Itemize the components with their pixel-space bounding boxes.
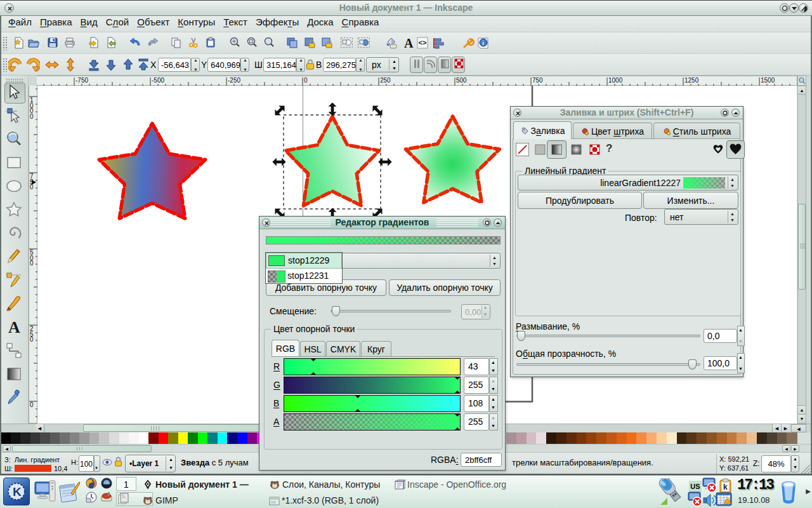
svg-text:<>: <> xyxy=(419,39,427,46)
svg-text:0: 0 xyxy=(30,113,34,120)
svg-text:-250: -250 xyxy=(228,77,240,84)
svg-text:500: 500 xyxy=(456,77,467,84)
svg-text:K: K xyxy=(13,485,22,498)
svg-text:750: 750 xyxy=(532,77,543,84)
svg-text:1250: 1250 xyxy=(684,77,699,84)
svg-text:250: 250 xyxy=(380,77,391,84)
svg-text:A: A xyxy=(8,318,20,337)
svg-text:0: 0 xyxy=(30,336,34,343)
svg-text:k: k xyxy=(723,483,728,491)
svg-text:i: i xyxy=(482,40,484,46)
svg-text:0: 0 xyxy=(30,401,34,408)
svg-text:A: A xyxy=(404,37,414,50)
svg-text:0: 0 xyxy=(304,77,308,84)
svg-text:0: 0 xyxy=(30,260,34,267)
svg-text:-750: -750 xyxy=(75,77,88,84)
svg-text:1000: 1000 xyxy=(608,77,623,84)
svg-text:-500: -500 xyxy=(152,77,164,84)
svg-text:1500: 1500 xyxy=(761,77,775,84)
